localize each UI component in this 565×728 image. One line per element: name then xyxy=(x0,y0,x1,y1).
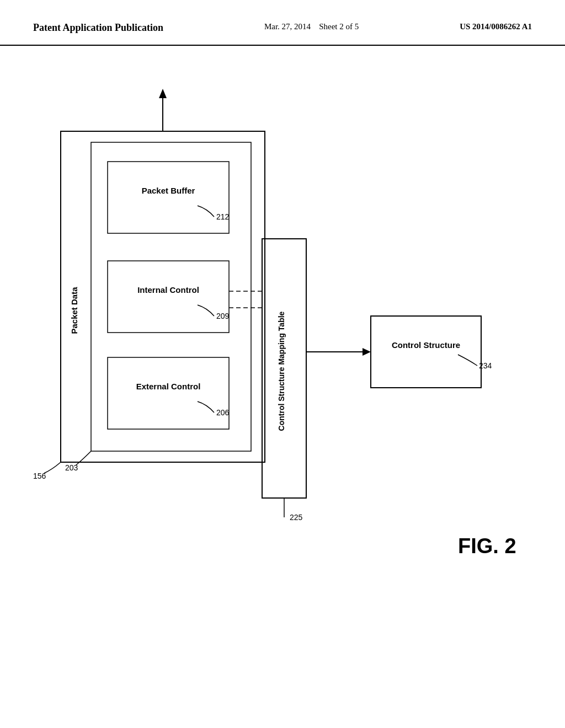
svg-text:Internal Control: Internal Control xyxy=(137,285,199,295)
svg-text:External Control: External Control xyxy=(136,382,201,391)
svg-text:206: 206 xyxy=(216,408,230,417)
diagram-area: Packet Data Packet Buffer 212 Internal C… xyxy=(0,46,565,697)
svg-rect-23 xyxy=(371,316,481,388)
publication-title: Patent Application Publication xyxy=(33,22,163,34)
svg-text:FIG. 2: FIG. 2 xyxy=(458,534,516,558)
publication-date: Mar. 27, 2014 xyxy=(264,22,311,31)
svg-rect-5 xyxy=(108,162,229,233)
svg-rect-11 xyxy=(108,357,229,429)
svg-text:Control Structure Mapping Tabl: Control Structure Mapping Table xyxy=(277,311,286,431)
svg-marker-1 xyxy=(159,89,167,98)
svg-marker-22 xyxy=(363,348,371,356)
page-header: Patent Application Publication Mar. 27, … xyxy=(0,0,565,46)
svg-text:Control Structure: Control Structure xyxy=(392,340,460,350)
svg-text:Packet Data: Packet Data xyxy=(70,287,79,334)
svg-text:156: 156 xyxy=(33,472,46,480)
sheet-info: Sheet 2 of 5 xyxy=(319,22,359,31)
svg-text:225: 225 xyxy=(290,513,303,522)
svg-text:209: 209 xyxy=(216,312,230,320)
svg-text:Packet Buffer: Packet Buffer xyxy=(142,186,195,195)
svg-rect-8 xyxy=(108,261,229,333)
header-center: Mar. 27, 2014 Sheet 2 of 5 xyxy=(264,22,359,31)
patent-number: US 2014/0086262 A1 xyxy=(460,22,532,31)
svg-text:203: 203 xyxy=(65,463,78,472)
svg-text:234: 234 xyxy=(479,361,492,370)
svg-text:212: 212 xyxy=(216,212,230,221)
